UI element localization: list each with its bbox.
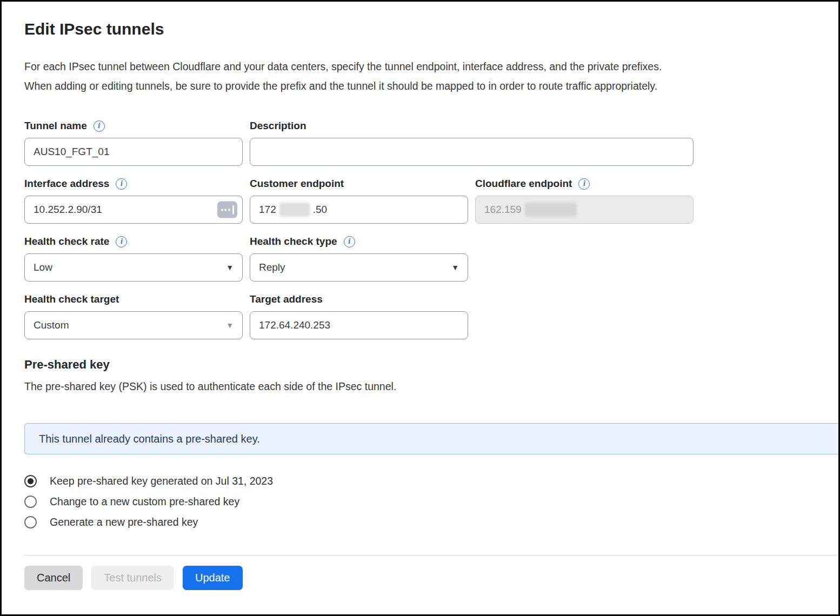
radio-button-icon[interactable] — [24, 516, 37, 528]
input-cursor-icon[interactable] — [217, 202, 237, 218]
customer-endpoint-label: Customer endpoint — [250, 177, 468, 190]
psk-info-banner: This tunnel already contains a pre-share… — [24, 423, 838, 454]
info-icon[interactable]: i — [578, 178, 590, 190]
health-check-rate-field: Health check rate i Low ▼ — [24, 235, 243, 282]
psk-info-banner-text: This tunnel already contains a pre-share… — [39, 433, 260, 445]
psk-option-custom[interactable]: Change to a new custom pre-shared key — [24, 491, 838, 512]
health-check-target-select[interactable]: Custom ▼ — [24, 311, 243, 339]
psk-option-generate[interactable]: Generate a new pre-shared key — [24, 512, 838, 532]
customer-endpoint-field: Customer endpoint 172 .50 — [250, 177, 468, 224]
health-check-type-field: Health check type i Reply ▼ — [250, 235, 468, 282]
psk-option-generate-label: Generate a new pre-shared key — [50, 516, 198, 528]
target-address-input[interactable] — [250, 311, 468, 339]
health-check-target-field: Health check target Custom ▼ — [24, 293, 243, 339]
update-button[interactable]: Update — [183, 566, 243, 590]
pre-shared-key-heading: Pre-shared key — [24, 358, 838, 372]
redacted-text — [279, 203, 310, 217]
interface-address-label: Interface address i — [24, 177, 243, 190]
customer-endpoint-input[interactable]: 172 .50 — [250, 196, 468, 224]
health-check-type-select[interactable]: Reply ▼ — [250, 253, 468, 282]
radio-button-icon[interactable] — [24, 475, 37, 487]
chevron-down-icon: ▼ — [226, 263, 234, 272]
target-address-field: Target address — [250, 293, 468, 339]
interface-address-label-text: Interface address — [24, 178, 109, 190]
cloudflare-endpoint-field: Cloudflare endpoint i 162.159 — [475, 177, 694, 224]
target-address-label-text: Target address — [250, 293, 323, 305]
footer-actions: Cancel Test tunnels Update — [24, 566, 838, 590]
psk-option-custom-label: Change to a new custom pre-shared key — [50, 496, 239, 508]
intro-line-2: When adding or editing tunnels, be sure … — [24, 76, 838, 96]
psk-option-group: Keep pre-shared key generated on Jul 31,… — [24, 471, 838, 532]
health-check-rate-value: Low — [34, 262, 52, 273]
redacted-text — [525, 203, 577, 217]
tunnel-name-field: Tunnel name i — [24, 119, 243, 166]
health-check-rate-label: Health check rate i — [24, 235, 243, 248]
health-check-type-label: Health check type i — [250, 235, 468, 248]
health-check-type-value: Reply — [259, 262, 285, 273]
cloudflare-endpoint-input: 162.159 — [475, 196, 694, 224]
tunnel-name-input[interactable] — [24, 138, 243, 166]
cancel-button[interactable]: Cancel — [24, 566, 83, 590]
pre-shared-key-description: The pre-shared key (PSK) is used to auth… — [24, 380, 838, 393]
interface-address-field: Interface address i — [24, 177, 243, 224]
description-field: Description — [250, 119, 694, 166]
tunnel-name-label-text: Tunnel name — [24, 120, 87, 132]
info-icon[interactable]: i — [94, 120, 105, 132]
intro-line-1: For each IPsec tunnel between Cloudflare… — [24, 57, 838, 76]
customer-endpoint-value-suffix: .50 — [313, 204, 327, 216]
radio-button-icon[interactable] — [24, 496, 37, 508]
cloudflare-endpoint-value-prefix: 162.159 — [484, 204, 522, 216]
health-check-type-label-text: Health check type — [250, 236, 337, 247]
psk-option-keep[interactable]: Keep pre-shared key generated on Jul 31,… — [24, 471, 838, 491]
footer-divider — [24, 555, 838, 555]
customer-endpoint-label-text: Customer endpoint — [250, 178, 344, 190]
edit-ipsec-tunnels-panel: Edit IPsec tunnels For each IPsec tunnel… — [2, 2, 838, 590]
health-check-target-label-text: Health check target — [24, 293, 119, 305]
cloudflare-endpoint-label-text: Cloudflare endpoint — [475, 178, 572, 190]
health-check-target-value: Custom — [34, 319, 69, 331]
description-label-text: Description — [250, 120, 306, 132]
target-address-label: Target address — [250, 293, 468, 306]
test-tunnels-button[interactable]: Test tunnels — [91, 566, 174, 590]
info-icon[interactable]: i — [116, 236, 127, 247]
tunnel-name-label: Tunnel name i — [24, 119, 243, 132]
chevron-down-icon: ▼ — [451, 263, 459, 272]
chevron-down-icon: ▼ — [226, 321, 234, 330]
tunnel-form: Tunnel name i Description Interface addr… — [24, 119, 838, 339]
health-check-rate-select[interactable]: Low ▼ — [24, 253, 243, 282]
health-check-rate-label-text: Health check rate — [24, 236, 109, 247]
psk-option-keep-label: Keep pre-shared key generated on Jul 31,… — [50, 475, 273, 487]
page-title: Edit IPsec tunnels — [24, 20, 838, 38]
info-icon[interactable]: i — [116, 178, 127, 190]
interface-address-input[interactable] — [24, 196, 243, 224]
description-label: Description — [250, 119, 694, 132]
intro-text: For each IPsec tunnel between Cloudflare… — [24, 57, 838, 96]
customer-endpoint-value-prefix: 172 — [259, 204, 276, 216]
cloudflare-endpoint-label: Cloudflare endpoint i — [475, 177, 694, 190]
description-input[interactable] — [250, 138, 694, 166]
info-icon[interactable]: i — [344, 236, 355, 247]
health-check-target-label: Health check target — [24, 293, 243, 306]
